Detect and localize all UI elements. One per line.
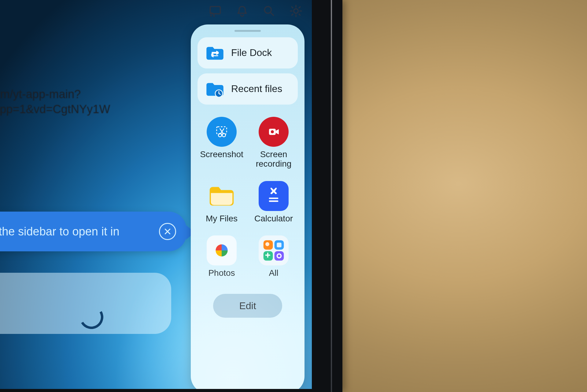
svg-rect-15	[277, 243, 281, 247]
tablet-screen: available s://consent.youtube.com/yt-app…	[0, 0, 312, 389]
close-icon[interactable]	[159, 223, 176, 240]
app-label: My Files	[206, 214, 238, 224]
quick-item-label: File Dock	[231, 47, 272, 58]
app-photos[interactable]: Photos	[198, 235, 246, 278]
screen-recording-icon	[259, 117, 289, 147]
photos-icon	[207, 235, 237, 265]
app-all[interactable]: All	[249, 235, 298, 278]
svg-point-1	[210, 15, 212, 17]
recent-files-icon	[204, 78, 226, 100]
app-label: Screenshot	[200, 150, 243, 159]
screenshot-icon	[207, 117, 237, 147]
svg-point-9	[271, 130, 274, 133]
quick-item-file-dock[interactable]: File Dock	[198, 37, 298, 68]
sidebar-hint-text: out of the sidebar to open it in	[0, 225, 154, 238]
page-error-fragment: ON_CLOSED	[0, 144, 159, 157]
page-url-line-1: s://consent.youtube.com/yt-app-main?	[0, 87, 159, 102]
svg-point-3	[294, 9, 298, 13]
sidebar-hint-tooltip: out of the sidebar to open it in	[0, 212, 186, 251]
app-label: Calculator	[254, 214, 293, 224]
svg-point-2	[264, 6, 271, 13]
svg-rect-13	[275, 251, 284, 261]
svg-point-14	[265, 242, 269, 246]
app-screenshot[interactable]: Screenshot	[198, 117, 246, 169]
gear-icon[interactable]	[289, 4, 303, 18]
app-my-files[interactable]: My Files	[198, 181, 246, 224]
background-page: available s://consent.youtube.com/yt-app…	[0, 34, 159, 157]
app-label: Screen recording	[249, 150, 298, 169]
edit-button[interactable]: Edit	[213, 294, 282, 318]
quick-item-recent-files[interactable]: Recent files	[198, 73, 298, 105]
app-screen-recording[interactable]: Screen recording	[249, 117, 298, 169]
tablet-edge	[331, 0, 332, 392]
page-because-line: because:	[0, 118, 159, 133]
search-icon[interactable]	[262, 4, 276, 18]
calculator-icon	[259, 181, 289, 211]
app-label: All	[269, 268, 278, 278]
side-quick-panel[interactable]: File Dock Recent files	[191, 24, 305, 389]
photo-backdrop: available s://consent.youtube.com/yt-app…	[0, 0, 587, 392]
app-label: Photos	[208, 268, 235, 278]
app-calculator[interactable]: Calculator	[249, 181, 298, 224]
sidebar-app-grid: Screenshot Screen recording	[198, 117, 298, 278]
svg-point-7	[222, 133, 226, 137]
svg-rect-5	[217, 127, 227, 134]
status-bar	[0, 0, 312, 24]
quick-item-label: Recent files	[231, 83, 282, 94]
loading-spinner-icon	[77, 302, 106, 332]
file-dock-icon	[204, 42, 226, 64]
bell-icon[interactable]	[235, 4, 249, 18]
page-heading-fragment: available	[0, 46, 159, 68]
page-url-line-2: cm=2&hl=en&src=1&app=1&vd=CgtNYy1W	[0, 102, 159, 117]
edit-button-label: Edit	[239, 300, 256, 312]
drag-handle[interactable]	[234, 30, 261, 32]
my-files-icon	[207, 181, 237, 211]
cast-icon[interactable]	[209, 4, 222, 18]
loading-card	[0, 273, 171, 334]
all-apps-icon	[259, 235, 289, 265]
